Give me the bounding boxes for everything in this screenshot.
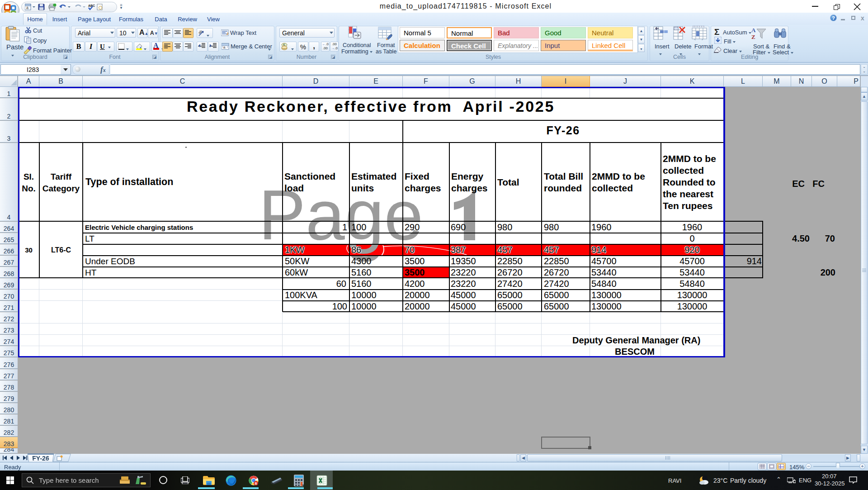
svg-text:a: a — [26, 5, 28, 10]
svg-text:Z: Z — [751, 33, 755, 40]
svg-text:A: A — [751, 27, 756, 33]
svg-text:ab: ab — [198, 29, 203, 35]
svg-text:a: a — [223, 45, 226, 49]
svg-text:B: B — [255, 482, 257, 485]
